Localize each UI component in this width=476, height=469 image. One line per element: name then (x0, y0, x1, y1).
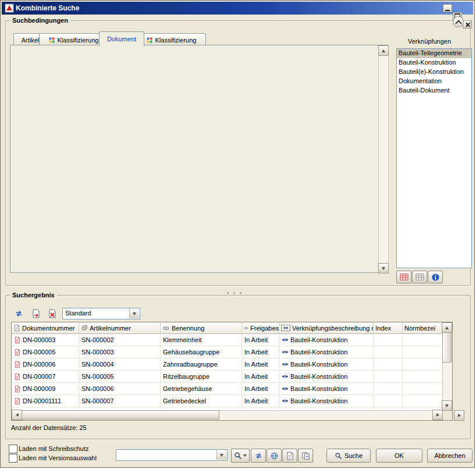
form-scroll-up-button[interactable] (378, 45, 389, 56)
refresh-results-button[interactable] (12, 308, 25, 319)
scrollbar-corner (443, 411, 452, 420)
table-scroll-up-button[interactable] (442, 322, 452, 333)
table-hscroll-thumb[interactable] (22, 410, 219, 420)
chevron-down-icon[interactable] (216, 450, 226, 460)
column-header-dokumentnummer[interactable]: Dokumentnummer (12, 322, 79, 334)
link-arrows-icon (282, 337, 289, 342)
table-row[interactable]: DN-000013 SN-000008 Zahnrad In Arbeit Ba… (12, 407, 442, 410)
link-arrows-icon (282, 374, 289, 379)
link-icon (244, 325, 248, 332)
result-scroll-right-button[interactable] (454, 410, 464, 421)
link-arrows-icon (282, 350, 289, 354)
copy-sheets-icon (301, 452, 310, 460)
info-icon (431, 273, 440, 282)
minimize-button[interactable] (443, 4, 452, 12)
column-header-index[interactable]: Index (374, 322, 403, 334)
result-table[interactable]: Dokumentnummer Artikelnummer Benennung F… (11, 322, 453, 421)
table-vscroll-thumb[interactable] (442, 332, 452, 363)
column-header-freigabestatus[interactable]: Freigabes (242, 322, 279, 334)
search-options-button[interactable] (231, 449, 250, 463)
table-scroll-right-button[interactable] (432, 410, 443, 420)
document-button[interactable] (282, 449, 297, 463)
refresh-icon (14, 309, 24, 318)
magnifier-icon (234, 452, 242, 460)
abbrechen-button[interactable]: Abbrechen (427, 449, 473, 463)
document-red-icon (14, 349, 21, 356)
arrow-left-icon (16, 413, 19, 417)
refresh-icon (254, 452, 263, 460)
delete-results-button[interactable] (46, 308, 59, 319)
view-grid-red-button[interactable] (396, 271, 411, 283)
collapse-button[interactable] (453, 16, 464, 27)
table-row[interactable]: DN-000007 SN-000005 Ritzelbaugruppe In A… (12, 371, 442, 383)
table-row[interactable]: DN-000006 SN-000004 Zahnradbaugruppe In … (12, 358, 442, 371)
info-button[interactable] (428, 271, 443, 283)
column-header-verknuepfungsbeschreibung[interactable]: Verknüpfungsbeschreibung mit (279, 322, 374, 334)
document-icon (286, 452, 294, 460)
link-arrows-icon (282, 386, 289, 391)
arrow-up-icon (382, 49, 385, 52)
table-scroll-down-button[interactable] (442, 400, 452, 411)
table-row[interactable]: DN-000009 SN-000006 Getriebegehäuse In A… (12, 383, 442, 395)
table-row[interactable]: DN-000003 SN-000002 Klemmeinheit In Arbe… (12, 334, 442, 346)
result-layout-combobox[interactable]: Standard (62, 308, 140, 319)
form-scroll-down-button[interactable] (378, 263, 389, 273)
dokument-tab-page (10, 45, 388, 273)
tab-klassifizierung-1[interactable]: Klassifizierung (39, 33, 108, 46)
window-title: Kombinierte Suche (16, 4, 79, 12)
list-item[interactable]: Bauteil-Dokument (397, 86, 471, 95)
load-option-combobox[interactable] (116, 449, 228, 461)
chevron-down-icon[interactable] (129, 309, 139, 318)
arrow-right-icon (436, 413, 439, 417)
refresh-button[interactable] (251, 449, 266, 463)
document-red-icon (14, 336, 21, 344)
ok-button[interactable]: OK (376, 449, 422, 463)
suche-button[interactable]: Suche (326, 449, 371, 463)
focus-rect-icon (281, 325, 290, 331)
verknuepfungen-listbox[interactable]: Bauteil-Teilegeometrie Bauteil-Konstrukt… (396, 48, 472, 268)
view-grid-gray-button[interactable] (412, 271, 427, 283)
titlebar[interactable]: Kombinierte Suche (2, 2, 473, 15)
schreibschutz-checkbox[interactable] (9, 445, 17, 453)
export-icon (31, 309, 41, 318)
document-icon (13, 324, 20, 332)
tab-klassifizierung-2[interactable]: Klassifizierung (136, 33, 206, 46)
document-red-icon (14, 361, 21, 368)
document-copy-button[interactable] (298, 449, 313, 463)
record-count: Anzahl der Datensätze: 25 (11, 424, 87, 432)
arrow-down-icon (445, 404, 449, 407)
link-icon (162, 325, 170, 332)
classification-icon (48, 37, 55, 44)
list-item[interactable]: Bauteil-Teilegeometrie (397, 49, 471, 58)
chevron-down-icon (243, 454, 247, 457)
list-item[interactable]: Dokumentation (397, 77, 471, 86)
app-icon (5, 3, 14, 13)
column-header-artikelnummer[interactable]: Artikelnummer (79, 322, 161, 334)
classification-icon (146, 37, 153, 44)
versionsauswahl-checkbox[interactable] (9, 454, 17, 463)
globe-icon (270, 452, 279, 460)
list-item[interactable]: Bauteil(e)-Konstruktion (397, 67, 471, 77)
arrow-up-icon (445, 326, 449, 329)
document-red-icon (14, 385, 21, 393)
export-results-button[interactable] (30, 308, 42, 319)
schreibschutz-label: Laden mit Schreibschutz (19, 445, 88, 453)
versionsauswahl-label: Laden mit Versionsauswahl (19, 454, 97, 462)
table-scroll-left-button[interactable] (12, 410, 22, 420)
column-header-benennung[interactable]: Benennung (161, 322, 242, 334)
form-scrollbar[interactable] (378, 45, 389, 273)
link-arrows-icon (282, 362, 289, 367)
magnifier-icon (335, 452, 342, 460)
column-header-normbezeichnung[interactable]: Normbezei (403, 322, 442, 334)
suchergebnis-legend: Suchergebnis (10, 292, 57, 299)
verknuepfungen-title: Verknüpfungen (408, 38, 451, 45)
table-row[interactable]: DN-000005 SN-000003 Gehäusebaugruppe In … (12, 346, 442, 358)
arrow-down-icon (382, 267, 385, 270)
chevron-up-icon (455, 20, 461, 26)
table-row[interactable]: DN-00001111 SN-000007 Getriebedeckel In … (12, 395, 442, 407)
delete-icon (48, 309, 57, 318)
web-button[interactable] (267, 449, 282, 463)
arrow-right-icon (458, 414, 461, 417)
tab-dokument[interactable]: Dokument (99, 31, 144, 46)
list-item[interactable]: Bauteil-Konstruktion (397, 58, 471, 67)
